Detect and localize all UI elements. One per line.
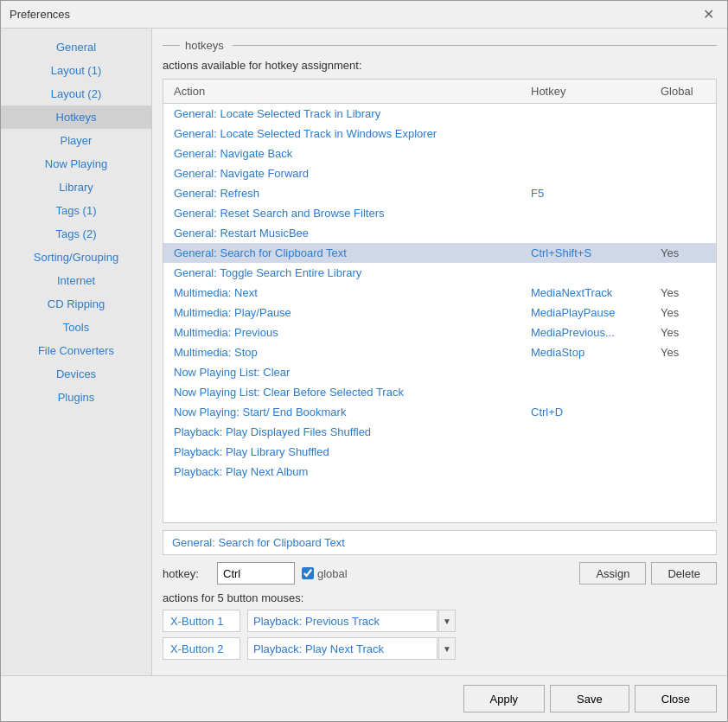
hotkey-row: hotkey: global Assign Delete bbox=[163, 562, 717, 585]
action-cell: General: Restart MusicBee bbox=[170, 226, 527, 240]
sidebar-item-tags--1-[interactable]: Tags (1) bbox=[1, 199, 151, 222]
table-row[interactable]: Playback: Play Next Album bbox=[163, 462, 716, 482]
section-line-right bbox=[233, 45, 717, 46]
column-hotkey: Hotkey bbox=[527, 83, 657, 99]
global-checkbox-group: global bbox=[302, 567, 348, 580]
hotkey-input[interactable] bbox=[217, 562, 295, 585]
sidebar-item-layout--1-[interactable]: Layout (1) bbox=[1, 59, 151, 82]
mouse-button-label: X-Button 2 bbox=[163, 637, 240, 660]
global-cell bbox=[657, 412, 709, 413]
table-row[interactable]: General: Navigate Back bbox=[163, 144, 716, 163]
global-cell bbox=[657, 372, 709, 374]
column-global: Global bbox=[657, 83, 709, 99]
sidebar-item-hotkeys[interactable]: Hotkeys bbox=[1, 105, 151, 129]
action-buttons: Assign Delete bbox=[579, 562, 717, 585]
sidebar-item-layout--2-[interactable]: Layout (2) bbox=[1, 82, 151, 105]
sidebar-item-tags--2-[interactable]: Tags (2) bbox=[1, 222, 151, 246]
delete-button[interactable]: Delete bbox=[651, 562, 717, 585]
table-row[interactable]: Now Playing List: Clear Before Selected … bbox=[163, 382, 716, 402]
table-row[interactable]: Multimedia: Play/PauseMediaPlayPauseYes bbox=[163, 303, 716, 323]
sidebar-item-now-playing[interactable]: Now Playing bbox=[1, 152, 151, 176]
global-cell: Yes bbox=[657, 246, 709, 260]
close-icon[interactable]: ✕ bbox=[698, 4, 718, 25]
sidebar-item-devices[interactable]: Devices bbox=[1, 362, 151, 386]
table-row[interactable]: General: RefreshF5 bbox=[163, 183, 716, 203]
sidebar-item-file-converters[interactable]: File Converters bbox=[1, 339, 151, 362]
sidebar-item-tools[interactable]: Tools bbox=[1, 316, 151, 339]
mouse-action-select[interactable]: Playback: Previous TrackPlayback: Play N… bbox=[247, 637, 437, 660]
sidebar-item-library[interactable]: Library bbox=[1, 176, 151, 199]
mouse-select-container: Playback: Previous TrackPlayback: Play N… bbox=[247, 610, 456, 632]
hotkey-cell bbox=[527, 272, 657, 274]
hotkey-cell: MediaNextTrack bbox=[527, 285, 657, 300]
dropdown-arrow-icon[interactable]: ▼ bbox=[438, 610, 456, 632]
section-title: hotkeys bbox=[185, 39, 224, 52]
sidebar-item-sorting-grouping[interactable]: Sorting/Grouping bbox=[1, 246, 151, 269]
main-content: hotkeys actions available for hotkey ass… bbox=[152, 29, 727, 675]
hotkey-cell bbox=[527, 372, 657, 374]
table-row[interactable]: Now Playing: Start/ End BookmarkCtrl+D bbox=[163, 402, 716, 422]
sidebar-item-internet[interactable]: Internet bbox=[1, 269, 151, 292]
save-button[interactable]: Save bbox=[550, 685, 629, 712]
hotkey-cell bbox=[527, 113, 657, 115]
content-area: GeneralLayout (1)Layout (2)HotkeysPlayer… bbox=[1, 29, 727, 675]
section-header: hotkeys bbox=[163, 39, 717, 52]
table-row[interactable]: Playback: Play Displayed Files Shuffled bbox=[163, 422, 716, 442]
table-row[interactable]: Playback: Play Library Shuffled bbox=[163, 442, 716, 462]
mouse-select-container: Playback: Previous TrackPlayback: Play N… bbox=[247, 637, 456, 660]
assign-button[interactable]: Assign bbox=[579, 562, 646, 585]
hotkeys-table: Action Hotkey Global General: Locate Sel… bbox=[163, 79, 717, 523]
table-row[interactable]: Multimedia: StopMediaStopYes bbox=[163, 342, 716, 362]
close-button[interactable]: Close bbox=[635, 685, 717, 712]
table-row[interactable]: General: Search for Clipboard TextCtrl+S… bbox=[163, 243, 716, 263]
hotkey-cell: Ctrl+Shift+S bbox=[527, 246, 657, 260]
action-cell: General: Locate Selected Track in Librar… bbox=[170, 106, 527, 121]
action-cell: Now Playing List: Clear Before Selected … bbox=[170, 385, 527, 399]
mouse-button-row: X-Button 1Playback: Previous TrackPlayba… bbox=[163, 610, 717, 632]
table-body[interactable]: General: Locate Selected Track in Librar… bbox=[163, 104, 716, 522]
global-cell bbox=[657, 193, 709, 195]
hotkey-cell bbox=[527, 173, 657, 175]
action-cell: Multimedia: Play/Pause bbox=[170, 305, 527, 320]
mouse-button-label: X-Button 1 bbox=[163, 610, 240, 632]
table-row[interactable]: General: Toggle Search Entire Library bbox=[163, 263, 716, 283]
global-cell: Yes bbox=[657, 305, 709, 320]
global-cell bbox=[657, 272, 709, 274]
hotkey-cell bbox=[527, 153, 657, 155]
sidebar-item-cd-ripping[interactable]: CD Ripping bbox=[1, 292, 151, 316]
column-action: Action bbox=[170, 83, 527, 99]
table-row[interactable]: General: Locate Selected Track in Window… bbox=[163, 124, 716, 144]
apply-button[interactable]: Apply bbox=[463, 685, 546, 712]
sidebar: GeneralLayout (1)Layout (2)HotkeysPlayer… bbox=[1, 29, 152, 675]
table-row[interactable]: General: Reset Search and Browse Filters bbox=[163, 203, 716, 223]
action-cell: Playback: Play Displayed Files Shuffled bbox=[170, 425, 527, 439]
table-row[interactable]: General: Navigate Forward bbox=[163, 163, 716, 183]
table-row[interactable]: Now Playing List: Clear bbox=[163, 362, 716, 382]
action-cell: Now Playing List: Clear bbox=[170, 365, 527, 380]
table-header: Action Hotkey Global bbox=[163, 80, 716, 104]
global-checkbox[interactable] bbox=[302, 567, 314, 579]
sidebar-item-general[interactable]: General bbox=[1, 35, 151, 59]
global-cell bbox=[657, 471, 709, 473]
global-cell: Yes bbox=[657, 345, 709, 360]
table-row[interactable]: Multimedia: NextMediaNextTrackYes bbox=[163, 283, 716, 303]
action-cell: General: Toggle Search Entire Library bbox=[170, 265, 527, 280]
action-cell: Now Playing: Start/ End Bookmark bbox=[170, 405, 527, 419]
table-row[interactable]: General: Locate Selected Track in Librar… bbox=[163, 104, 716, 124]
title-bar: Preferences ✕ bbox=[1, 1, 727, 29]
global-cell bbox=[657, 213, 709, 214]
sidebar-item-player[interactable]: Player bbox=[1, 129, 151, 152]
action-cell: General: Locate Selected Track in Window… bbox=[170, 126, 527, 141]
action-cell: Multimedia: Next bbox=[170, 285, 527, 300]
table-row[interactable]: General: Restart MusicBee bbox=[163, 223, 716, 243]
window-title: Preferences bbox=[10, 8, 698, 21]
hotkey-cell bbox=[527, 133, 657, 135]
dropdown-arrow-icon[interactable]: ▼ bbox=[438, 637, 456, 660]
hotkey-cell: MediaPlayPause bbox=[527, 305, 657, 320]
mouse-action-select[interactable]: Playback: Previous TrackPlayback: Play N… bbox=[247, 610, 437, 632]
hotkey-cell: MediaPrevious... bbox=[527, 325, 657, 340]
table-row[interactable]: Multimedia: PreviousMediaPrevious...Yes bbox=[163, 323, 716, 342]
hotkey-cell: Ctrl+D bbox=[527, 405, 657, 419]
sidebar-item-plugins[interactable]: Plugins bbox=[1, 386, 151, 409]
action-cell: General: Refresh bbox=[170, 186, 527, 201]
